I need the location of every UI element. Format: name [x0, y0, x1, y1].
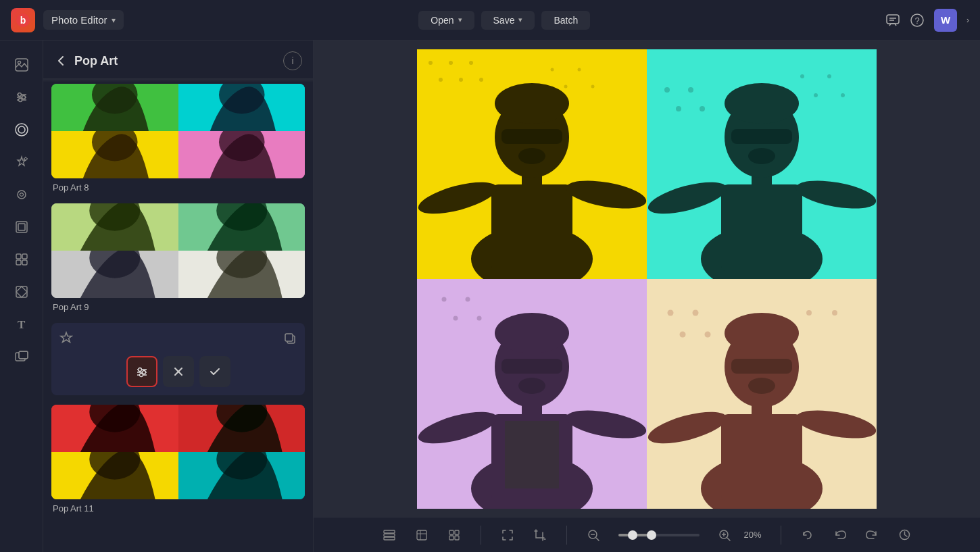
history-button[interactable]: [889, 520, 921, 551]
svg-rect-137: [455, 530, 459, 534]
svg-point-80: [578, 68, 581, 71]
svg-point-74: [449, 61, 453, 65]
zoom-slider[interactable]: [618, 534, 700, 536]
edit-effect-button[interactable]: [126, 356, 157, 387]
canvas-cell-bottom-left: [417, 279, 647, 509]
svg-rect-111: [505, 421, 559, 488]
active-card-top: [59, 331, 297, 348]
app-title-button[interactable]: Photo Editor ▾: [43, 10, 124, 30]
svg-point-79: [551, 68, 554, 71]
sidebar-item-text[interactable]: T: [7, 309, 36, 339]
open-label: Open: [431, 15, 454, 26]
canvas-area: 20%: [314, 41, 980, 552]
canvas-cell-top-right: [647, 49, 877, 279]
svg-rect-65: [491, 184, 572, 272]
svg-rect-85: [721, 184, 802, 272]
undo-button[interactable]: [825, 520, 856, 551]
svg-rect-118: [721, 414, 802, 502]
svg-point-110: [518, 378, 545, 394]
redo-button[interactable]: [857, 520, 888, 551]
svg-point-92: [748, 148, 775, 164]
svg-point-77: [459, 78, 463, 82]
zoom-percent-label: 20%: [744, 530, 770, 540]
app-logo[interactable]: b: [11, 8, 35, 32]
topbar-center: Open ▾ Save ▾ Batch: [132, 11, 877, 30]
tool-group-left: [368, 520, 475, 551]
effect-pop-art-9[interactable]: Pop Art 9: [51, 203, 305, 313]
sidebar-item-image[interactable]: [7, 50, 36, 80]
crop-button[interactable]: [524, 520, 556, 551]
svg-rect-46: [285, 334, 293, 341]
user-menu-chevron[interactable]: ›: [966, 16, 969, 25]
svg-line-146: [727, 538, 730, 541]
svg-point-93: [664, 87, 670, 93]
save-chevron: ▾: [518, 16, 522, 24]
svg-point-16: [16, 124, 28, 136]
sidebar-item-mask[interactable]: [7, 277, 36, 307]
sidebar-item-adjustments[interactable]: [7, 82, 36, 112]
chat-button[interactable]: [885, 13, 900, 28]
favorite-button[interactable]: [59, 331, 73, 348]
save-label: Save: [493, 15, 515, 26]
svg-point-50: [138, 368, 141, 372]
svg-point-73: [428, 61, 433, 65]
grid-button[interactable]: [439, 520, 470, 551]
main-layout: T Pop Art i: [0, 41, 980, 552]
canvas-cell-top-left: [417, 49, 647, 279]
sidebar-item-effects[interactable]: [7, 115, 36, 145]
cancel-button[interactable]: [163, 356, 194, 387]
effect-pop-art-8[interactable]: Pop Art 8: [51, 84, 305, 194]
batch-button[interactable]: Batch: [541, 11, 590, 30]
svg-rect-27: [19, 351, 28, 359]
svg-point-76: [439, 78, 443, 82]
effect-thumbnail-11: [51, 405, 305, 499]
svg-point-123: [725, 313, 799, 353]
fit-button[interactable]: [492, 520, 523, 551]
panel-header: Pop Art i: [43, 41, 313, 78]
save-button[interactable]: Save ▾: [481, 11, 535, 30]
edit-mode-button[interactable]: [406, 520, 437, 551]
svg-point-100: [841, 93, 845, 97]
svg-rect-134: [384, 537, 395, 540]
zoom-out-button[interactable]: [578, 520, 609, 551]
divider-3: [781, 526, 781, 545]
svg-point-17: [18, 191, 26, 199]
svg-rect-2: [887, 15, 899, 24]
app-title-chevron: ▾: [112, 16, 116, 25]
svg-rect-109: [501, 359, 562, 374]
reset-button[interactable]: [792, 520, 823, 551]
zoom-in-button[interactable]: [709, 520, 740, 551]
divider-2: [566, 526, 567, 545]
sidebar-item-ai[interactable]: [7, 147, 36, 177]
confirm-button[interactable]: [199, 356, 230, 387]
svg-point-75: [469, 61, 473, 65]
open-button[interactable]: Open ▾: [418, 11, 474, 30]
help-button[interactable]: ?: [910, 13, 925, 28]
effects-list: Pop Art 8: [43, 84, 313, 552]
svg-rect-24: [16, 286, 27, 297]
svg-point-129: [705, 331, 711, 337]
pop-art-canvas: [417, 49, 877, 509]
divider-1: [481, 526, 481, 545]
svg-rect-138: [449, 536, 454, 540]
sidebar-item-elements[interactable]: [7, 245, 36, 274]
info-button[interactable]: i: [283, 51, 302, 70]
sidebar-item-overlay[interactable]: [7, 342, 36, 372]
effect-thumbnail-8: [51, 84, 305, 178]
svg-point-108: [495, 313, 569, 353]
svg-point-99: [814, 93, 818, 97]
zoom-group: 20%: [572, 520, 775, 551]
effect-pop-art-11[interactable]: Pop Art 11: [51, 405, 305, 515]
svg-point-78: [479, 78, 483, 82]
user-avatar[interactable]: W: [934, 9, 957, 32]
sidebar-item-frame[interactable]: [7, 212, 36, 242]
effects-panel: Pop Art i: [43, 41, 314, 552]
copy-button[interactable]: [283, 332, 297, 348]
svg-point-95: [676, 106, 681, 111]
effect-pop-art-10[interactable]: [51, 323, 305, 395]
sidebar-item-retouch[interactable]: [7, 180, 36, 209]
svg-rect-19: [18, 224, 25, 230]
layers-button[interactable]: [374, 520, 405, 551]
back-button[interactable]: [54, 54, 68, 68]
svg-point-52: [139, 374, 143, 377]
